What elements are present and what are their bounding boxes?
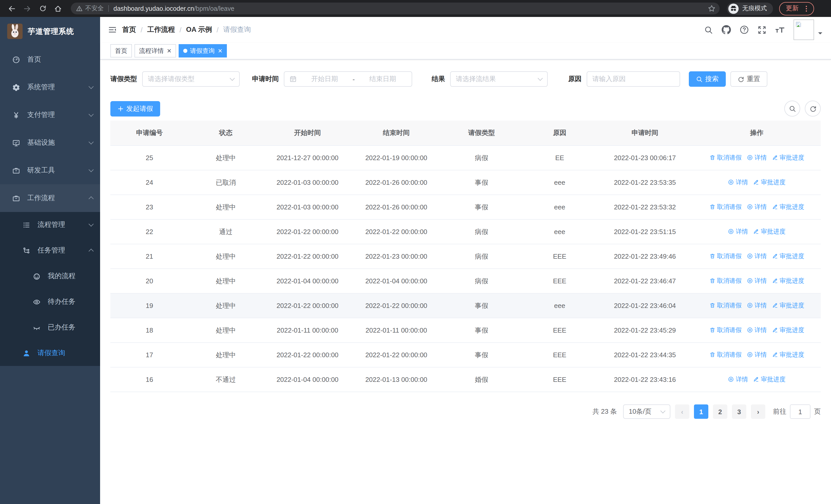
sidebar-item-7[interactable]: 流程管理 bbox=[0, 212, 100, 238]
result-select[interactable]: 请选择流结果 bbox=[450, 71, 548, 87]
detail-action-link[interactable]: 详情 bbox=[747, 351, 767, 359]
cancel-action-link[interactable]: 取消请假 bbox=[709, 252, 742, 261]
sidebar-item-1[interactable]: 首页 bbox=[0, 46, 100, 73]
cancel-action-link[interactable]: 取消请假 bbox=[709, 203, 742, 211]
breadcrumb-item-2[interactable]: 工作流程 bbox=[147, 25, 175, 34]
page-size-select[interactable]: 10条/页 bbox=[623, 405, 670, 419]
detail-action-link[interactable]: 详情 bbox=[747, 252, 767, 261]
yen-icon bbox=[12, 111, 20, 119]
cell: eee bbox=[522, 293, 597, 318]
progress-action-link[interactable]: 审批进度 bbox=[772, 203, 804, 211]
sidebar-item-9[interactable]: 我的流程 bbox=[0, 263, 100, 289]
tab-3[interactable]: 请假查询✕ bbox=[179, 44, 227, 58]
view-icon bbox=[747, 155, 753, 161]
progress-action-link[interactable]: 审批进度 bbox=[772, 326, 804, 335]
create-leave-button[interactable]: 发起请假 bbox=[110, 101, 160, 116]
bookmark-star-icon[interactable] bbox=[708, 5, 716, 12]
cancel-action-link[interactable]: 取消请假 bbox=[709, 326, 742, 335]
progress-action-link[interactable]: 审批进度 bbox=[772, 252, 804, 261]
detail-action-link[interactable]: 详情 bbox=[747, 203, 767, 211]
search-button[interactable]: 搜索 bbox=[689, 71, 726, 87]
breadcrumb-separator: / bbox=[180, 26, 182, 34]
cell: 通过 bbox=[189, 219, 263, 244]
tab-1[interactable]: 首页 bbox=[110, 44, 132, 58]
sidebar-item-12[interactable]: 请假查询 bbox=[0, 340, 100, 366]
cell: 18 bbox=[110, 318, 189, 343]
close-tab-icon[interactable]: ✕ bbox=[167, 48, 171, 54]
browser-menu-kebab-icon[interactable] bbox=[803, 5, 810, 12]
progress-action-link[interactable]: 审批进度 bbox=[772, 153, 804, 162]
breadcrumb-item-1[interactable]: 首页 bbox=[122, 25, 136, 34]
incognito-badge: 无痕模式 bbox=[727, 2, 773, 14]
pagination: 共 23 条 10条/页 ‹ 123 › 前往 1 页 bbox=[110, 405, 821, 419]
cancel-action-link[interactable]: 取消请假 bbox=[709, 351, 742, 359]
cell: 25 bbox=[110, 146, 189, 170]
fullscreen-icon[interactable] bbox=[757, 25, 766, 34]
progress-action-link[interactable]: 审批进度 bbox=[772, 277, 804, 285]
browser-home-icon[interactable] bbox=[51, 2, 65, 15]
table-row-23: 23处理中2022-01-03 00:00:002022-01-26 00:00… bbox=[110, 195, 821, 219]
progress-action-link[interactable]: 审批进度 bbox=[753, 227, 785, 236]
help-icon[interactable] bbox=[740, 25, 749, 34]
sidebar-item-10[interactable]: 待办任务 bbox=[0, 289, 100, 315]
detail-action-link[interactable]: 详情 bbox=[747, 326, 767, 335]
edit-icon bbox=[772, 352, 778, 358]
reset-button[interactable]: 重置 bbox=[730, 71, 767, 87]
address-bar[interactable]: 不安全 dashboard.yudao.iocoder.cn/bpm/oa/le… bbox=[71, 3, 720, 14]
cancel-action-link[interactable]: 取消请假 bbox=[709, 153, 742, 162]
goto-page-input[interactable]: 1 bbox=[790, 405, 810, 419]
progress-action-link[interactable]: 审批进度 bbox=[753, 178, 785, 187]
cell: EEE bbox=[522, 367, 597, 392]
cell: 已取消 bbox=[189, 170, 263, 195]
prev-page-button[interactable]: ‹ bbox=[675, 405, 689, 419]
sidebar-item-2[interactable]: 系统管理 bbox=[0, 73, 100, 101]
cancel-action-link[interactable]: 取消请假 bbox=[709, 301, 742, 310]
sidebar-item-11[interactable]: 已办任务 bbox=[0, 315, 100, 340]
hamburger-icon[interactable] bbox=[100, 25, 122, 34]
browser-update-button[interactable]: 更新 bbox=[779, 2, 814, 15]
sidebar-logo-row[interactable]: 芋道管理系统 bbox=[0, 17, 100, 46]
progress-action-link[interactable]: 审批进度 bbox=[753, 375, 785, 384]
sidebar-item-8[interactable]: 任务管理 bbox=[0, 238, 100, 263]
browser-reload-icon[interactable] bbox=[36, 2, 49, 15]
progress-action-link[interactable]: 审批进度 bbox=[772, 301, 804, 310]
sidebar-item-5[interactable]: 研发工具 bbox=[0, 156, 100, 184]
github-icon[interactable] bbox=[722, 25, 731, 34]
page-button-2[interactable]: 2 bbox=[713, 405, 727, 419]
task-tree-icon bbox=[23, 247, 30, 254]
detail-action-link[interactable]: 详情 bbox=[747, 153, 767, 162]
detail-action-link[interactable]: 详情 bbox=[728, 178, 748, 187]
reason-input[interactable]: 请输入原因 bbox=[587, 71, 680, 87]
edit-icon bbox=[772, 327, 778, 333]
page-button-3[interactable]: 3 bbox=[732, 405, 746, 419]
detail-action-link[interactable]: 详情 bbox=[728, 227, 748, 236]
detail-action-link[interactable]: 详情 bbox=[728, 375, 748, 384]
user-menu[interactable] bbox=[794, 20, 823, 40]
sidebar-item-4[interactable]: 基础设施 bbox=[0, 129, 100, 156]
browser-forward-icon[interactable] bbox=[21, 2, 34, 15]
next-page-button[interactable]: › bbox=[751, 405, 765, 419]
start-date-input[interactable]: 开始日期 bbox=[301, 75, 348, 84]
header-search-icon[interactable] bbox=[704, 25, 713, 34]
apply-time-range-picker[interactable]: 开始日期 - 结束日期 bbox=[284, 71, 412, 87]
show-search-button[interactable] bbox=[784, 100, 800, 117]
breadcrumb-item-3[interactable]: OA 示例 bbox=[186, 25, 212, 34]
sidebar-item-6[interactable]: 工作流程 bbox=[0, 184, 100, 212]
progress-action-link[interactable]: 审批进度 bbox=[772, 351, 804, 359]
tab-2[interactable]: 流程详情✕ bbox=[135, 44, 176, 58]
sidebar-item-3[interactable]: 支付管理 bbox=[0, 101, 100, 129]
detail-action-link[interactable]: 详情 bbox=[747, 301, 767, 310]
column-header: 申请时间 bbox=[597, 121, 693, 146]
font-size-icon[interactable] bbox=[775, 25, 785, 35]
cancel-action-link[interactable]: 取消请假 bbox=[709, 277, 742, 285]
end-date-input[interactable]: 结束日期 bbox=[359, 75, 406, 84]
leave-type-select[interactable]: 请选择请假类型 bbox=[142, 71, 240, 87]
column-header: 操作 bbox=[693, 121, 821, 146]
detail-action-link[interactable]: 详情 bbox=[747, 277, 767, 285]
column-header: 请假类型 bbox=[441, 121, 522, 146]
browser-back-icon[interactable] bbox=[5, 2, 19, 15]
actions-cell: 取消请假详情审批进度 bbox=[693, 343, 821, 367]
page-button-1[interactable]: 1 bbox=[694, 405, 708, 419]
close-tab-icon[interactable]: ✕ bbox=[218, 48, 222, 54]
refresh-table-button[interactable] bbox=[805, 100, 821, 117]
